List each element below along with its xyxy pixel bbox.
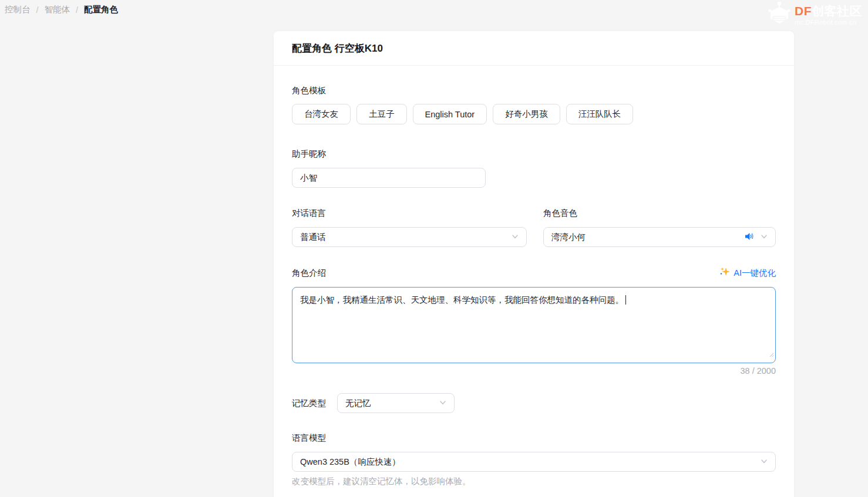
robot-head-icon [767, 1, 792, 29]
dialog-language-select[interactable]: 普通话 [292, 227, 527, 247]
chevron-down-icon [511, 232, 519, 242]
logo-text: DF创客社区 mc.DFRobot.com.cn [795, 5, 862, 26]
template-chip-curious-boy[interactable]: 好奇小男孩 [493, 104, 560, 124]
section-role-template: 角色模板 台湾女友 土豆子 English Tutor 好奇小男孩 汪汪队队长 [292, 84, 776, 124]
char-counter: 38 / 2000 [292, 366, 776, 376]
section-role-intro: 角色介绍 AI一键优化 我是小智，我精通生活常识、天文地理、科 [292, 266, 776, 376]
memory-type-value: 无记忆 [345, 398, 371, 409]
speaker-icon[interactable] [745, 232, 755, 243]
template-chip-english-tutor[interactable]: English Tutor [413, 104, 487, 124]
role-intro-label: 角色介绍 [292, 267, 326, 279]
logo-df: DF [795, 4, 812, 18]
ai-optimize-label: AI一键优化 [734, 268, 776, 279]
chevron-down-icon [439, 398, 447, 408]
breadcrumb-item-agents[interactable]: 智能体 [45, 4, 70, 15]
language-model-select[interactable]: Qwen3 235B（响应快速） [292, 452, 776, 472]
text-caret [625, 295, 626, 305]
chevron-down-icon [760, 457, 768, 467]
config-panel: 配置角色 行空板K10 角色模板 台湾女友 土豆子 English Tutor … [274, 31, 794, 497]
intro-text: 我是小智，我精通生活常识、天文地理、科学知识等，我能回答你想知道的各种问题。 [300, 295, 624, 305]
intro-textarea[interactable]: 我是小智，我精通生活常识、天文地理、科学知识等，我能回答你想知道的各种问题。 [292, 287, 776, 363]
memory-type-label: 记忆类型 [292, 397, 326, 409]
memory-type-select[interactable]: 无记忆 [337, 393, 455, 413]
breadcrumb-item-current: 配置角色 [84, 4, 118, 15]
dialog-language-value: 普通话 [300, 232, 326, 243]
resize-handle-icon[interactable] [768, 347, 774, 361]
df-logo: DF创客社区 mc.DFRobot.com.cn [767, 1, 862, 29]
panel-header: 配置角色 行空板K10 [274, 31, 794, 66]
language-model-label: 语言模型 [292, 432, 776, 444]
voice-field: 角色音色 湾湾小何 [543, 207, 776, 247]
role-template-options: 台湾女友 土豆子 English Tutor 好奇小男孩 汪汪队队长 [292, 104, 776, 124]
role-template-label: 角色模板 [292, 84, 776, 96]
section-nickname: 助手昵称 小智 [292, 148, 776, 188]
section-memory-type: 记忆类型 无记忆 [292, 393, 776, 413]
nickname-value: 小智 [300, 173, 317, 184]
breadcrumb-separator: / [36, 5, 39, 15]
chevron-down-icon [760, 232, 768, 242]
voice-select[interactable]: 湾湾小何 [543, 227, 776, 247]
page: 控制台 / 智能体 / 配置角色 DF创客社区 mc.DFRobot.com.c… [0, 0, 868, 497]
panel-body: 角色模板 台湾女友 土豆子 English Tutor 好奇小男孩 汪汪队队长 … [274, 84, 794, 497]
dialog-language-field: 对话语言 普通话 [292, 207, 527, 247]
logo-subtitle: mc.DFRobot.com.cn [795, 19, 862, 26]
template-chip-paw-patrol[interactable]: 汪汪队队长 [566, 104, 634, 124]
nickname-input[interactable]: 小智 [292, 168, 486, 188]
ai-optimize-button[interactable]: AI一键优化 [719, 266, 776, 279]
section-language-model: 语言模型 Qwen3 235B（响应快速） 改变模型后，建议清空记忆体，以免影响… [292, 432, 776, 487]
breadcrumb-item-console[interactable]: 控制台 [5, 4, 31, 15]
breadcrumb-separator: / [76, 5, 78, 15]
nickname-label: 助手昵称 [292, 148, 776, 160]
voice-value: 湾湾小何 [551, 232, 586, 243]
model-change-hint: 改变模型后，建议清空记忆体，以免影响体验。 [292, 476, 776, 487]
template-chip-potato[interactable]: 土豆子 [356, 104, 407, 124]
sparkle-icon [719, 266, 731, 279]
dialog-language-label: 对话语言 [292, 207, 527, 219]
template-chip-taiwan-girlfriend[interactable]: 台湾女友 [292, 104, 351, 124]
logo-community: 创客社区 [812, 4, 862, 18]
language-model-value: Qwen3 235B（响应快速） [300, 457, 401, 468]
breadcrumb: 控制台 / 智能体 / 配置角色 [5, 4, 118, 15]
voice-label: 角色音色 [543, 207, 776, 219]
section-language-voice: 对话语言 普通话 角色音色 湾湾小何 [292, 207, 776, 247]
page-title: 配置角色 行空板K10 [292, 42, 383, 55]
